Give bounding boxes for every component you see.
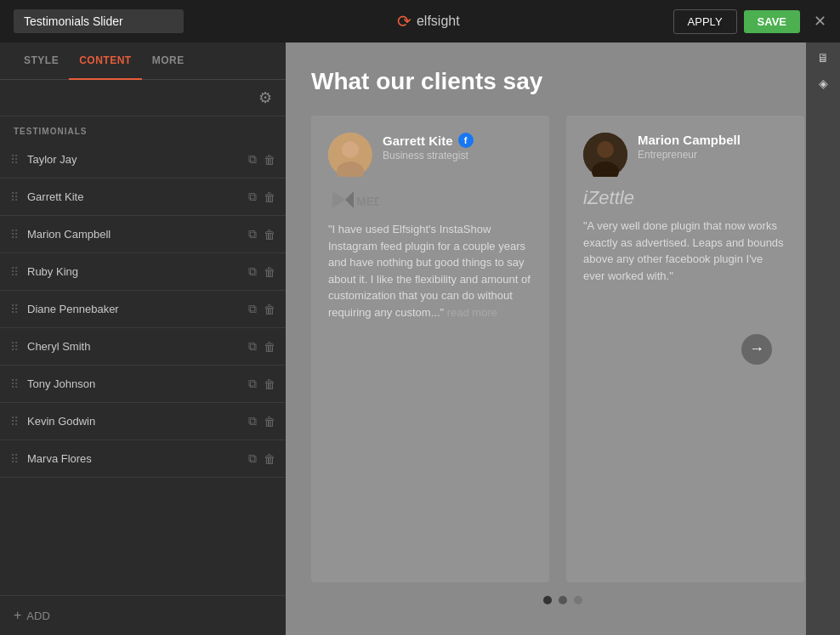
read-more-link-1[interactable]: read more — [447, 306, 497, 319]
drag-handle-icon: ⠿ — [10, 415, 19, 428]
delete-button[interactable]: 🗑 — [264, 264, 275, 279]
delete-button[interactable]: 🗑 — [264, 414, 275, 428]
elfsight-logo: ⟳ elfsight — [397, 11, 460, 31]
delete-button[interactable]: 🗑 — [264, 152, 275, 167]
list-item[interactable]: ⠿ Tony Johnson ⧉ 🗑 — [0, 366, 286, 403]
avatar-2 — [583, 133, 627, 177]
list-item[interactable]: ⠿ Diane Pennebaker ⧉ 🗑 — [0, 291, 286, 328]
tab-more[interactable]: MORE — [142, 43, 195, 80]
item-actions: ⧉ 🗑 — [248, 264, 275, 279]
card-text-1: "I have used Elfsight's InstaShow Instag… — [328, 221, 532, 565]
duplicate-button[interactable]: ⧉ — [248, 451, 257, 466]
close-button[interactable]: ✕ — [814, 12, 826, 31]
pagination-dots — [311, 582, 814, 618]
item-actions: ⧉ 🗑 — [248, 227, 275, 241]
item-actions: ⧉ 🗑 — [248, 451, 275, 466]
next-arrow-button[interactable]: → — [741, 334, 772, 365]
app-title: Testimonials Slider — [14, 9, 184, 33]
left-panel: STYLE CONTENT MORE ⚙ TESTIMONIALS ⠿ Tayl… — [0, 43, 286, 635]
item-name: Kevin Godwin — [27, 415, 248, 428]
header-actions: APPLY SAVE ✕ — [673, 9, 826, 34]
izettle-logo: iZettle — [583, 187, 634, 208]
item-actions: ⧉ 🗑 — [248, 190, 275, 204]
list-item[interactable]: ⠿ Marion Campbell ⧉ 🗑 — [0, 216, 286, 253]
dot-1[interactable] — [543, 596, 552, 604]
delete-button[interactable]: 🗑 — [264, 227, 275, 241]
svg-marker-4 — [345, 191, 354, 208]
duplicate-button[interactable]: ⧉ — [248, 264, 257, 279]
add-testimonial-button[interactable]: + ADD — [0, 595, 286, 635]
add-icon: + — [14, 608, 21, 623]
apply-button[interactable]: APPLY — [673, 9, 737, 34]
svg-marker-3 — [332, 191, 345, 208]
drag-handle-icon: ⠿ — [10, 190, 19, 204]
delete-button[interactable]: 🗑 — [264, 302, 275, 316]
duplicate-button[interactable]: ⧉ — [248, 190, 257, 204]
drag-handle-icon: ⠿ — [10, 265, 19, 279]
card-info-1: Garrett Kite f Business strategist — [383, 133, 532, 162]
list-item[interactable]: ⠿ Marva Flores ⧉ 🗑 — [0, 440, 286, 478]
tab-style[interactable]: STYLE — [14, 43, 69, 80]
dot-2[interactable] — [559, 596, 567, 604]
card-name-1: Garrett Kite f — [383, 133, 532, 148]
save-button[interactable]: SAVE — [744, 10, 800, 33]
item-actions: ⧉ 🗑 — [248, 339, 275, 354]
duplicate-button[interactable]: ⧉ — [248, 377, 257, 391]
avatar-1 — [328, 133, 372, 177]
drag-handle-icon: ⠿ — [10, 377, 19, 391]
delete-button[interactable]: 🗑 — [264, 190, 275, 204]
list-item[interactable]: ⠿ Taylor Jay ⧉ 🗑 — [0, 141, 286, 179]
drag-handle-icon: ⠿ — [10, 340, 19, 354]
list-item[interactable]: ⠿ Garrett Kite ⧉ 🗑 — [0, 179, 286, 216]
settings-icon[interactable]: ⚙ — [258, 88, 272, 107]
card-name-2: Marion Campbell — [638, 133, 787, 147]
duplicate-button[interactable]: ⧉ — [248, 227, 257, 241]
name-text-2: Marion Campbell — [638, 133, 741, 147]
tab-bar: STYLE CONTENT MORE — [0, 43, 286, 80]
drag-handle-icon: ⠿ — [10, 452, 19, 466]
duplicate-button[interactable]: ⧉ — [248, 302, 257, 316]
delete-button[interactable]: 🗑 — [264, 377, 275, 391]
preview-content: What our clients say Garre — [286, 43, 840, 635]
card-header-2: Marion Campbell Entrepreneur — [583, 133, 787, 177]
duplicate-button[interactable]: ⧉ — [248, 339, 257, 354]
svg-point-1 — [342, 141, 359, 158]
item-actions: ⧉ 🗑 — [248, 377, 275, 391]
list-item[interactable]: ⠿ Cheryl Smith ⧉ 🗑 — [0, 328, 286, 366]
list-item[interactable]: ⠿ Ruby King ⧉ 🗑 — [0, 253, 286, 291]
item-name: Garrett Kite — [27, 190, 248, 203]
preview-panel: 🖥 ◈ What our clients say — [286, 43, 840, 635]
card-text-2: "A very well done plugin that now works … — [583, 218, 787, 565]
preview-heading: What our clients say — [311, 68, 814, 95]
card-role-1: Business strategist — [383, 150, 532, 162]
delete-button[interactable]: 🗑 — [264, 339, 275, 354]
cards-row: Garrett Kite f Business strategist MEDIA — [311, 116, 814, 582]
card-brand-1: MEDIA — [328, 187, 532, 213]
pointer-icon[interactable]: ◈ — [819, 77, 828, 90]
item-name: Marva Flores — [27, 452, 248, 465]
list-item[interactable]: ⠿ Kevin Godwin ⧉ 🗑 — [0, 403, 286, 440]
facebook-icon: f — [458, 133, 474, 148]
card-brand-2: iZettle — [583, 187, 787, 209]
item-name: Taylor Jay — [27, 153, 248, 166]
item-name: Marion Campbell — [27, 228, 248, 241]
svg-point-7 — [597, 141, 614, 158]
tab-content[interactable]: CONTENT — [69, 43, 142, 80]
monitor-icon[interactable]: 🖥 — [817, 51, 829, 65]
logo-icon: ⟳ — [397, 11, 411, 31]
drag-handle-icon: ⠿ — [10, 153, 19, 167]
item-name: Diane Pennebaker — [27, 303, 248, 315]
card-role-2: Entrepreneur — [638, 149, 787, 161]
delete-button[interactable]: 🗑 — [264, 451, 275, 466]
kite-media-logo: MEDIA — [328, 187, 532, 213]
dot-3[interactable] — [574, 596, 582, 604]
testimonial-list: ⠿ Taylor Jay ⧉ 🗑 ⠿ Garrett Kite ⧉ 🗑 ⠿ Ma… — [0, 141, 286, 595]
add-label: ADD — [26, 609, 49, 622]
duplicate-button[interactable]: ⧉ — [248, 152, 257, 167]
item-name: Cheryl Smith — [27, 340, 248, 353]
settings-row: ⚙ — [0, 80, 286, 116]
svg-text:MEDIA: MEDIA — [356, 195, 379, 208]
duplicate-button[interactable]: ⧉ — [248, 414, 257, 428]
app-header: Testimonials Slider ⟳ elfsight APPLY SAV… — [0, 0, 840, 43]
logo-text: elfsight — [417, 14, 460, 29]
